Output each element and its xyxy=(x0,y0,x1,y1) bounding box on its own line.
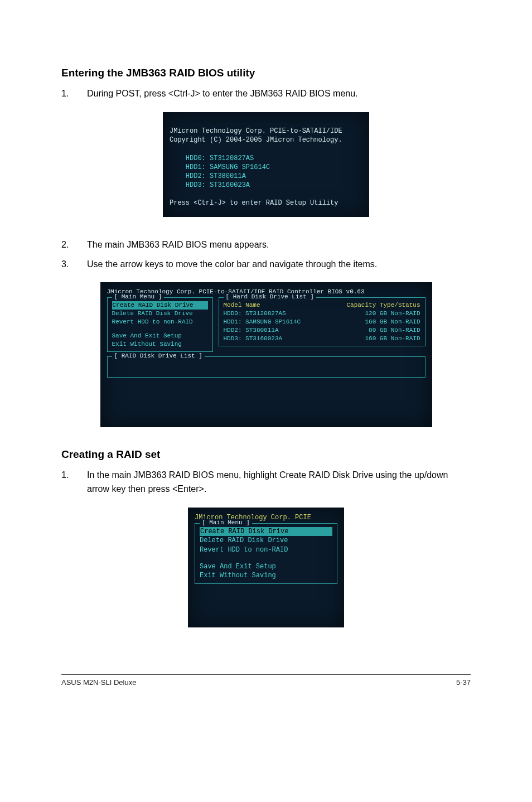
drive-cap: 160 GB Non-RAID xyxy=(365,318,420,326)
steps-list-enter: 1. During POST, press <Ctrl-J> to enter … xyxy=(61,87,471,101)
drive-cap: 120 GB Non-RAID xyxy=(365,310,420,318)
col-header: Model Name xyxy=(224,301,347,310)
bios-menu-item-revert: Revert HDD to non-RAID xyxy=(112,318,208,326)
bios-menu-item-delete: Delete RAID Disk Drive xyxy=(200,536,332,545)
bios-main-menu-screenshot: JMicron Technology Corp. PCIE-to-SATAII/… xyxy=(100,282,432,427)
col-header: Capacity Type/Status xyxy=(346,301,420,310)
bios-line: Copyright (C) 2004-2005 JMicron Technolo… xyxy=(170,136,342,144)
bios-menu-item-save: Save And Exit Setup xyxy=(112,332,208,340)
bios-hdd-line: HDD0: ST3120827AS xyxy=(186,154,254,162)
bios-hdd-line: HDD3: ST3160023A xyxy=(186,181,250,189)
step-number: 2. xyxy=(61,238,87,252)
step-text: The main JMB363 RAID BIOS menu appears. xyxy=(87,238,471,252)
footer-page-number: 5-37 xyxy=(456,678,471,687)
steps-list-enter-cont: 2. The main JMB363 RAID BIOS menu appear… xyxy=(61,238,471,272)
step-number: 3. xyxy=(61,258,87,272)
page-footer: ASUS M2N-SLI Deluxe 5-37 xyxy=(61,674,471,687)
step-text: Use the arrow keys to move the color bar… xyxy=(87,258,471,272)
bios-hdd-line: HDD2: ST380011A xyxy=(186,172,246,180)
panel-title: [ Hard Disk Drive List ] xyxy=(224,293,316,301)
bios-post-screenshot: JMicron Technology Corp. PCIE-to-SATAII/… xyxy=(163,112,369,217)
bios-menu-item-revert: Revert HDD to non-RAID xyxy=(200,545,332,554)
bios-drive-list-panel: [ Hard Disk Drive List ] Model NameCapac… xyxy=(219,297,425,346)
panel-title: [ Main Menu ] xyxy=(112,293,165,301)
bios-prompt: Press <Ctrl-J> to enter RAID Setup Utili… xyxy=(170,199,338,207)
step-text: In the main JMB363 RAID BIOS menu, highl… xyxy=(87,468,471,496)
bios-menu-item-exit: Exit Without Saving xyxy=(112,340,208,349)
step-text: During POST, press <Ctrl-J> to enter the… xyxy=(87,87,471,101)
bios-menu-item-create: Create RAID Disk Drive xyxy=(112,301,208,310)
drive-row: HDD3: ST3160023A xyxy=(224,335,365,343)
step-number: 1. xyxy=(61,87,87,101)
step-item: 1. In the main JMB363 RAID BIOS menu, hi… xyxy=(61,468,471,496)
bios-create-raid-screenshot: JMicron Technology Corp. PCIE [ Main Men… xyxy=(188,508,344,627)
bios-menu-item-save: Save And Exit Setup xyxy=(200,562,332,571)
drive-row: HDD1: SAMSUNG SP1614C xyxy=(224,318,365,326)
step-item: 3. Use the arrow keys to move the color … xyxy=(61,258,471,272)
bios-menu-item-exit: Exit Without Saving xyxy=(200,571,332,580)
step-number: 1. xyxy=(61,468,87,496)
panel-title: [ Main Menu ] xyxy=(200,519,252,527)
step-item: 2. The main JMB363 RAID BIOS menu appear… xyxy=(61,238,471,252)
footer-product: ASUS M2N-SLI Deluxe xyxy=(61,678,136,687)
bios-main-menu-panel: [ Main Menu ] Create RAID Disk Drive Del… xyxy=(195,523,337,584)
bios-raid-list-panel: [ RAID Disk Drive List ] xyxy=(107,356,425,378)
drive-cap: 80 GB Non-RAID xyxy=(369,326,420,335)
section-heading-entering: Entering the JMB363 RAID BIOS utility xyxy=(61,67,471,79)
bios-line: JMicron Technology Corp. PCIE-to-SATAII/… xyxy=(170,127,342,135)
step-item: 1. During POST, press <Ctrl-J> to enter … xyxy=(61,87,471,101)
panel-title: [ RAID Disk Drive List ] xyxy=(112,352,205,360)
steps-list-create: 1. In the main JMB363 RAID BIOS menu, hi… xyxy=(61,468,471,496)
drive-row: HDD2: ST380011A xyxy=(224,326,369,335)
bios-main-menu-panel: [ Main Menu ] Create RAID Disk Drive Del… xyxy=(107,297,213,352)
drive-cap: 160 GB Non-RAID xyxy=(365,335,420,343)
bios-menu-item-create: Create RAID Disk Drive xyxy=(200,527,332,536)
bios-hdd-line: HDD1: SAMSUNG SP1614C xyxy=(186,163,270,171)
bios-menu-item-delete: Delete RAID Disk Drive xyxy=(112,310,208,318)
drive-row: HDD0: ST3120827AS xyxy=(224,310,365,318)
section-heading-creating: Creating a RAID set xyxy=(61,448,471,461)
